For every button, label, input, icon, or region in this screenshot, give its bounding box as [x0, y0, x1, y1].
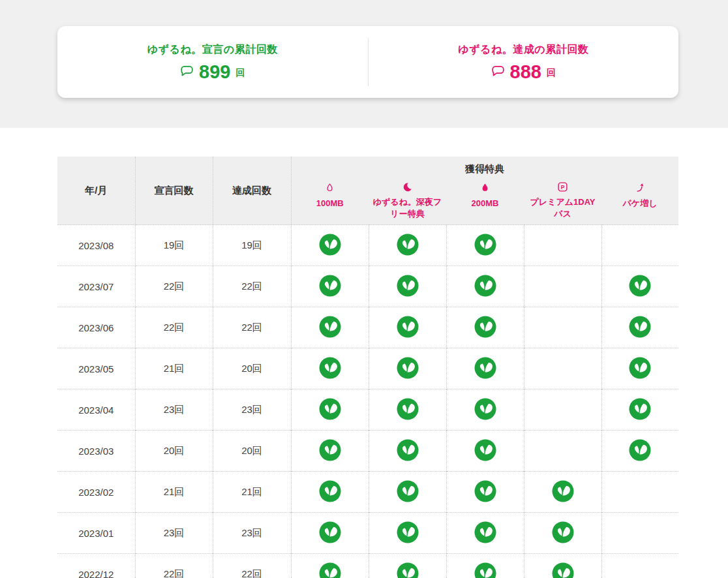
- achieve-title: ゆずるね。達成の累計回数: [458, 43, 588, 57]
- header-month: 年/月: [57, 157, 135, 225]
- header-reward-midnight-free: ゆずるね。深夜フリー特典: [369, 181, 446, 225]
- declared-count-cell: 22回: [135, 266, 213, 307]
- achieved-leaf-icon: [629, 275, 651, 299]
- declare-summary: ゆずるね。宣言の累計回数 899 回: [57, 26, 368, 98]
- achieved-leaf-icon: [629, 398, 651, 422]
- achieved-count-cell: 22回: [213, 266, 291, 307]
- table-row: 2023/0320回20回: [57, 431, 678, 472]
- achieved-leaf-icon: [397, 234, 419, 258]
- achieved-leaf-icon: [397, 521, 419, 545]
- reward-cell-100mb: [291, 348, 369, 389]
- month-cell: 2023/08: [57, 225, 135, 266]
- achieved-leaf-icon: [474, 316, 496, 340]
- declared-count-cell: 23回: [135, 513, 213, 554]
- droplet-outline-icon: [325, 181, 335, 196]
- reward-cell-premium-1day-pass: [524, 307, 601, 348]
- achieved-count-cell: 19回: [213, 225, 291, 266]
- reward-cell-midnight-free: [369, 225, 446, 266]
- reward-cell-200mb: [446, 348, 524, 389]
- achieved-leaf-icon: [474, 398, 496, 422]
- achieved-leaf-icon: [319, 480, 341, 504]
- premium-pass-icon: P: [557, 181, 568, 194]
- reward-cell-premium-1day-pass: [524, 389, 601, 431]
- achieved-leaf-icon: [474, 562, 496, 578]
- achieved-leaf-icon: [474, 234, 496, 258]
- reward-cell-200mb: [446, 431, 524, 472]
- reward-cell-100mb: [291, 554, 369, 578]
- reward-cell-packet-increase: [601, 389, 678, 431]
- achieved-leaf-icon: [474, 275, 496, 299]
- reward-cell-premium-1day-pass: [524, 266, 601, 307]
- achieved-leaf-icon: [397, 398, 419, 422]
- month-cell: 2023/05: [57, 348, 135, 389]
- reward-cell-premium-1day-pass: [524, 431, 601, 472]
- reward-cell-premium-1day-pass: [524, 513, 601, 554]
- achieved-count-cell: 20回: [213, 348, 291, 389]
- table-row: 2022/1222回22回: [57, 554, 678, 578]
- reward-cell-packet-increase: [601, 472, 678, 513]
- achieved-leaf-icon: [629, 316, 651, 340]
- achieved-leaf-icon: [629, 439, 651, 463]
- achieved-leaf-icon: [319, 521, 341, 545]
- reward-cell-packet-increase: [601, 307, 678, 348]
- month-cell: 2022/12: [57, 554, 135, 578]
- reward-cell-midnight-free: [369, 266, 446, 307]
- table-header: 年/月 宣言回数 達成回数 獲得特典 100MB: [57, 157, 678, 225]
- achieved-leaf-icon: [319, 398, 341, 422]
- month-cell: 2023/04: [57, 389, 135, 431]
- achieve-unit: 回: [547, 67, 556, 79]
- declare-count-row: 899 回: [180, 63, 245, 82]
- month-cell: 2023/01: [57, 513, 135, 554]
- achieved-leaf-icon: [397, 357, 419, 381]
- header-declared: 宣言回数: [135, 157, 213, 225]
- achieve-count: 888: [510, 63, 541, 82]
- declared-count-cell: 21回: [135, 348, 213, 389]
- crescent-moon-icon: [402, 181, 413, 194]
- header-reward-200mb: 200MB: [446, 181, 524, 225]
- reward-cell-packet-increase: [601, 554, 678, 578]
- declared-count-cell: 22回: [135, 307, 213, 348]
- reward-cell-packet-increase: [601, 431, 678, 472]
- declared-count-cell: 19回: [135, 225, 213, 266]
- declare-unit: 回: [235, 67, 245, 79]
- svg-text:P: P: [561, 184, 565, 190]
- reward-cell-premium-1day-pass: [524, 348, 601, 389]
- achieved-leaf-icon: [319, 234, 341, 258]
- speech-bubble-icon: [491, 64, 505, 80]
- table-row: 2023/0423回23回: [57, 389, 678, 431]
- reward-cell-100mb: [291, 472, 369, 513]
- achieved-leaf-icon: [552, 562, 574, 578]
- achieve-summary: ゆずるね。達成の累計回数 888 回: [369, 26, 679, 98]
- reward-cell-midnight-free: [369, 554, 446, 578]
- achieved-leaf-icon: [474, 439, 496, 463]
- table-row: 2023/0819回19回: [57, 225, 678, 266]
- month-cell: 2023/02: [57, 472, 135, 513]
- declare-title: ゆずるね。宣言の累計回数: [147, 43, 278, 57]
- reward-cell-200mb: [446, 554, 524, 578]
- reward-cell-premium-1day-pass: [524, 554, 601, 578]
- reward-cell-200mb: [446, 389, 524, 431]
- reward-cell-200mb: [446, 225, 524, 266]
- achieved-count-cell: 21回: [213, 472, 291, 513]
- monthly-history-table: 年/月 宣言回数 達成回数 獲得特典 100MB: [57, 157, 678, 578]
- month-cell: 2023/06: [57, 307, 135, 348]
- table-row: 2023/0521回20回: [57, 348, 678, 389]
- reward-cell-midnight-free: [369, 307, 446, 348]
- reward-cell-midnight-free: [369, 472, 446, 513]
- speech-bubble-icon: [180, 64, 194, 80]
- reward-cell-200mb: [446, 472, 524, 513]
- achieved-leaf-icon: [397, 480, 419, 504]
- reward-cell-premium-1day-pass: [524, 472, 601, 513]
- achieved-count-cell: 23回: [213, 389, 291, 431]
- header-reward-premium-1day-pass: P プレミアム1DAYパス: [524, 181, 601, 225]
- reward-cell-100mb: [291, 225, 369, 266]
- achieve-count-row: 888 回: [491, 63, 556, 82]
- achieved-leaf-icon: [552, 521, 574, 545]
- table-row: 2023/0622回22回: [57, 307, 678, 348]
- declare-count: 899: [199, 63, 230, 82]
- declared-count-cell: 22回: [135, 554, 213, 578]
- achieved-count-cell: 22回: [213, 307, 291, 348]
- reward-cell-100mb: [291, 389, 369, 431]
- achieved-leaf-icon: [552, 480, 574, 504]
- table-body: 2023/0819回19回 2023/0722回22回: [57, 225, 678, 578]
